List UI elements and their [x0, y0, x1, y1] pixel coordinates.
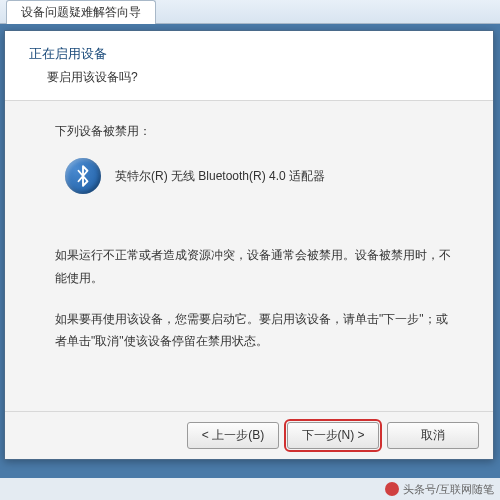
info-paragraph-1: 如果运行不正常或者造成资源冲突，设备通常会被禁用。设备被禁用时，不能使用。: [55, 244, 459, 290]
button-bar: < 上一步(B) 下一步(N) > 取消: [5, 411, 493, 459]
back-button[interactable]: < 上一步(B): [187, 422, 279, 449]
bluetooth-icon: [65, 158, 101, 194]
wizard-header: 正在启用设备 要启用该设备吗?: [5, 31, 493, 101]
device-row: 英特尔(R) 无线 Bluetooth(R) 4.0 适配器: [65, 158, 459, 194]
wizard-window: 正在启用设备 要启用该设备吗? 下列设备被禁用： 英特尔(R) 无线 Bluet…: [4, 30, 494, 460]
next-button[interactable]: 下一步(N) >: [287, 422, 379, 449]
cancel-button[interactable]: 取消: [387, 422, 479, 449]
device-name: 英特尔(R) 无线 Bluetooth(R) 4.0 适配器: [115, 168, 325, 185]
watermark-icon: [385, 482, 399, 496]
info-paragraph-2: 如果要再使用该设备，您需要启动它。要启用该设备，请单击"下一步"；或者单击"取消…: [55, 308, 459, 354]
watermark-footer: 头条号/互联网随笔: [0, 478, 500, 500]
page-subtitle: 要启用该设备吗?: [47, 69, 469, 86]
tab-bar: 设备问题疑难解答向导: [0, 0, 500, 24]
wizard-content: 下列设备被禁用： 英特尔(R) 无线 Bluetooth(R) 4.0 适配器 …: [5, 101, 493, 411]
watermark-text: 头条号/互联网随笔: [403, 482, 494, 497]
tab-title[interactable]: 设备问题疑难解答向导: [6, 0, 156, 24]
disabled-devices-label: 下列设备被禁用：: [55, 123, 459, 140]
page-title: 正在启用设备: [29, 45, 469, 63]
